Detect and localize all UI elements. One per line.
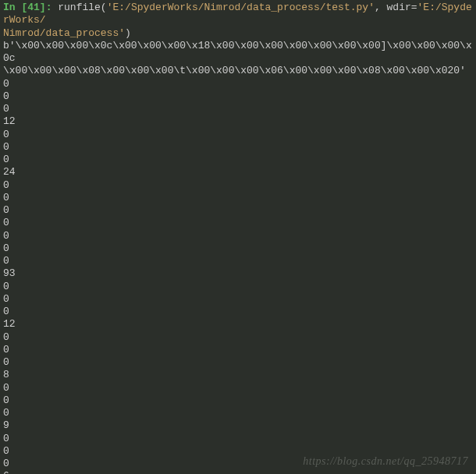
prompt-in: In (3, 2, 21, 13)
code-arg1-string: 'E:/SpyderWorks/Nimrod/data_process/test… (107, 2, 375, 13)
output-number-line: 0 (3, 394, 473, 407)
output-number-line: 0 (3, 306, 473, 318)
output-number-line: 0 (3, 230, 473, 242)
code-kwarg: wdir= (387, 2, 417, 13)
output-number-line: 12 (3, 318, 473, 331)
code-function: runfile (58, 2, 101, 13)
output-number-line: 0 (3, 407, 473, 419)
output-number-line: 0 (3, 154, 473, 166)
output-number-line: 0 (3, 78, 473, 90)
prompt-number: 41 (27, 2, 40, 13)
output-number-line: 0 (3, 103, 473, 115)
output-number-line: 24 (3, 166, 473, 179)
output-number-line: 0 (3, 344, 473, 356)
code-open-paren: ( (101, 2, 107, 13)
output-number-line: 0 (3, 331, 473, 344)
output-number-line: 9 (3, 419, 473, 432)
prompt-bracket-close: ]: (40, 2, 52, 13)
output-number-line: 0 (3, 242, 473, 255)
console-output: In [41]: runfile('E:/SpyderWorks/Nimrod/… (0, 0, 476, 474)
output-number-line: 0 (3, 179, 473, 192)
output-number-line: 93 (3, 267, 473, 280)
output-number-line: 0 (3, 433, 473, 445)
output-number-line: 0 (3, 90, 473, 103)
output-number-line: 8 (3, 369, 473, 381)
output-number-line: 0 (3, 281, 473, 293)
output-number-line: 0 (3, 141, 473, 154)
numeric-output-container: 0001200024000000093000120008000900060008… (3, 78, 473, 475)
output-number-line: 0 (3, 129, 473, 141)
output-number-line: 12 (3, 115, 473, 128)
bytes-output-line2: \x00\x00\x00\x08\x00\x00\x00\t\x00\x00\x… (3, 65, 466, 76)
output-number-line: 0 (3, 217, 473, 229)
output-number-line: 0 (3, 382, 473, 394)
output-number-line: 0 (3, 293, 473, 306)
code-arg2-string-part2: Nimrod/data_process' (3, 27, 125, 39)
output-number-line: 0 (3, 255, 473, 267)
code-close-paren: ) (125, 27, 131, 39)
output-number-line: 0 (3, 356, 473, 369)
bytes-output-line1: b'\x00\x00\x00\x0c\x00\x00\x00\x18\x00\x… (3, 40, 472, 64)
output-number-line: 0 (3, 204, 473, 217)
code-comma: , (375, 2, 387, 13)
watermark-text: https://blog.csdn.net/qq_25948717 (303, 455, 468, 469)
output-number-line: 0 (3, 192, 473, 204)
output-number-line: 6 (3, 470, 473, 474)
